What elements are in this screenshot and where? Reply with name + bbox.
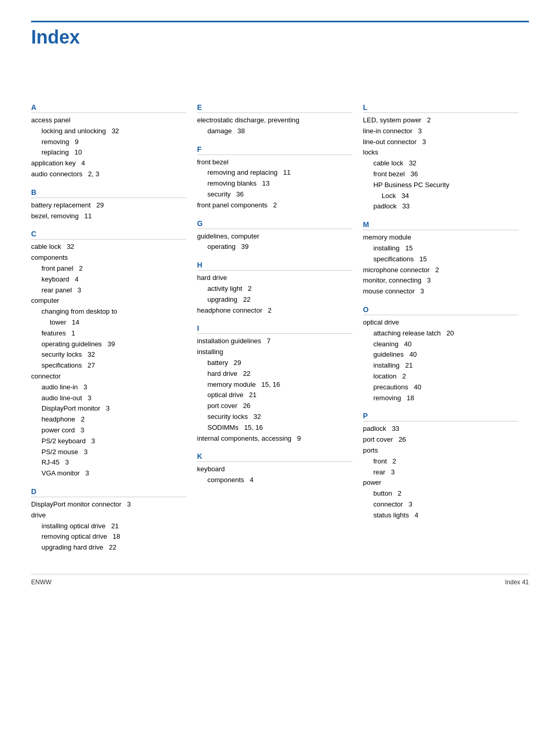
sub-locking: locking and unlocking 32 [31,126,187,137]
sub-security-locks: security locks 32 [31,349,187,360]
section-M: M [363,220,519,230]
column-2: E electrostatic discharge, preventing da… [197,95,363,486]
section-G: G [197,219,353,229]
sub-rear-panel: rear panel 3 [31,285,187,296]
entry-drive: drive [31,510,187,521]
sub-sodimms: SODIMMs 15, 16 [197,423,353,433]
entry-port-cover: port cover 26 [363,434,519,445]
sub-security: security 36 [197,189,353,200]
section-O: O [363,305,519,315]
entry-padlock: padlock 33 [363,424,519,434]
sub-hp-business: HP Business PC Security [363,180,519,191]
sub-port-cover: port cover 26 [197,401,353,412]
entry-monitor: monitor, connecting 3 [363,275,519,286]
sub-operating-guidelines: operating guidelines 39 [31,339,187,350]
section-D: D [31,487,187,497]
entry-front-panel-comp: front panel components 2 [197,200,353,211]
entry-connector: connector [31,371,187,382]
sub-rj45: RJ-45 3 [31,457,187,468]
entry-led: LED, system power 2 [363,115,519,126]
sub-button: button 2 [363,488,519,499]
section-F: F [197,145,353,155]
sub-power-cord: power cord 3 [31,425,187,436]
sub-components: components 4 [197,475,353,486]
section-C: C [31,230,187,240]
sub-damage: damage 38 [197,126,353,137]
entry-power: power [363,477,519,488]
sub-battery: battery 29 [197,358,353,369]
sub-upgrading-hd: upgrading hard drive 22 [31,542,187,553]
entry-ports: ports [363,445,519,456]
sub-optical-drive: optical drive 21 [197,390,353,401]
entry-headphone: headphone connector 2 [197,305,353,316]
section-I: I [197,324,353,334]
entry-front-bezel: front bezel [197,157,353,168]
index-columns: A access panel locking and unlocking 32 … [31,95,529,553]
page-title: Index [31,26,529,48]
entry-access-panel: access panel [31,115,187,126]
entry-audio-connectors: audio connectors 2, 3 [31,169,187,180]
sub-padlock: padlock 33 [363,201,519,212]
sub-vga: VGA monitor 3 [31,468,187,479]
sub-audio-line-in: audio line-in 3 [31,382,187,393]
sub-upgrading: upgrading 22 [197,294,353,305]
footer: ENWW Index 41 [31,574,529,586]
footer-left: ENWW [31,579,51,586]
subsub-tower: tower 14 [31,317,187,328]
sub-removing-blanks: removing blanks 13 [197,178,353,189]
subsub-lock: Lock 34 [363,191,519,202]
sub-precautions: precautions 40 [363,382,519,393]
sub-installing-optical: installing optical drive 21 [31,521,187,532]
section-K: K [197,452,353,462]
sub-activity-light: activity light 2 [197,284,353,294]
sub-ps2-keyboard: PS/2 keyboard 3 [31,436,187,447]
sub-removing-optical: removing optical drive 18 [31,531,187,542]
sub-status-lights: status lights 4 [363,510,519,521]
sub-ps2-mouse: PS/2 mouse 3 [31,447,187,458]
entry-cable-lock: cable lock 32 [31,242,187,252]
sub-front: front 2 [363,456,519,467]
entry-installation-guidelines: installation guidelines 7 [197,336,353,347]
page: Index A access panel locking and unlocki… [0,0,560,607]
section-L: L [363,103,519,113]
entry-microphone: microphone connector 2 [363,265,519,276]
sub-memory-module: memory module 15, 16 [197,379,353,390]
entry-memory-module: memory module [363,232,519,243]
entry-hard-drive: hard drive [197,273,353,284]
entry-bezel: bezel, removing 11 [31,211,187,222]
footer-right: Index 41 [505,579,529,586]
entry-application-key: application key 4 [31,158,187,169]
sub-front-panel: front panel 2 [31,263,187,274]
entry-keyboard: keyboard [197,464,353,475]
sub-guidelines-opt: guidelines 40 [363,349,519,360]
sub-removing-opt: removing 18 [363,393,519,404]
sub-removing: removing 9 [31,137,187,148]
section-H: H [197,261,353,271]
entry-mouse: mouse connector 3 [363,286,519,297]
entry-esd: electrostatic discharge, preventing [197,115,353,126]
entry-optical-drive: optical drive [363,317,519,328]
sub-location: location 2 [363,371,519,382]
sub-attaching: attaching release latch 20 [363,328,519,339]
entry-locks: locks [363,147,519,158]
sub-audio-line-out: audio line-out 3 [31,393,187,404]
sub-sec-locks: security locks 32 [197,412,353,423]
entry-internal-comp: internal components, accessing 9 [197,433,353,444]
sub-installing-mem: installing 15 [363,243,519,254]
sub-front-bezel-lock: front bezel 36 [363,169,519,180]
entry-line-in: line-in connector 3 [363,126,519,137]
sub-spec-mem: specifications 15 [363,254,519,265]
sub-installing-opt: installing 21 [363,360,519,371]
sub-changing: changing from desktop to [31,306,187,317]
column-3: L LED, system power 2 line-in connector … [363,95,529,521]
sub-operating: operating 39 [197,242,353,252]
sub-displayport: DisplayPort monitor 3 [31,403,187,414]
sub-keyboard: keyboard 4 [31,274,187,285]
sub-cable-lock: cable lock 32 [363,158,519,169]
entry-guidelines: guidelines, computer [197,231,353,242]
top-rule [31,21,529,22]
column-1: A access panel locking and unlocking 32 … [31,95,197,553]
entry-displayport: DisplayPort monitor connector 3 [31,499,187,510]
sub-headphone: headphone 2 [31,414,187,425]
sub-connector: connector 3 [363,499,519,510]
